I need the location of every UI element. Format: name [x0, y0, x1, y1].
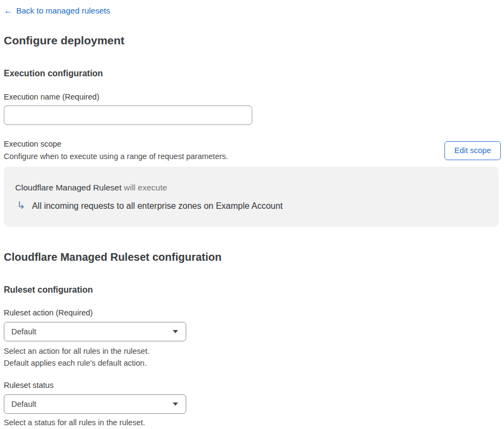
ruleset-action-help: Select an action for all rules in the ru… [4, 345, 498, 369]
back-link-label: Back to managed rulesets [16, 5, 110, 16]
back-arrow-icon: ← [4, 6, 12, 15]
ruleset-status-label: Ruleset status [4, 380, 498, 390]
scope-detail-text: All incoming requests to all enterprise … [32, 200, 283, 212]
execution-configuration-heading: Execution configuration [4, 68, 498, 78]
ruleset-configuration-subheading: Ruleset configuration [4, 285, 498, 295]
ruleset-status-help: Select a status for all rules in the rul… [4, 417, 498, 428]
configure-deployment-page: ← Back to managed rulesets Configure dep… [0, 0, 501, 428]
execution-scope-text: Execution scope Configure when to execut… [4, 139, 228, 162]
ruleset-action-help-line1: Select an action for all rules in the ru… [4, 345, 498, 357]
ruleset-status-select[interactable]: Default [4, 394, 186, 414]
execution-name-label: Execution name (Required) [4, 92, 498, 102]
ruleset-action-help-line2: Default applies each rule's default acti… [4, 357, 498, 369]
edit-scope-button[interactable]: Edit scope [444, 141, 501, 160]
execution-scope-row: Execution scope Configure when to execut… [4, 139, 501, 162]
execution-name-input[interactable] [4, 105, 252, 125]
ruleset-action-select[interactable]: Default [4, 322, 186, 341]
execution-scope-label: Execution scope [4, 139, 228, 149]
ruleset-action-label: Ruleset action (Required) [4, 308, 498, 318]
will-execute-text: will execute [124, 183, 167, 192]
ruleset-action-value: Default [11, 327, 36, 336]
page-title: Configure deployment [4, 33, 498, 48]
ruleset-name-text: Cloudflare Managed Ruleset [15, 183, 121, 192]
ruleset-configuration-section-heading: Cloudflare Managed Ruleset configuration [4, 249, 498, 265]
scope-summary-headline: Cloudflare Managed Ruleset will execute [15, 182, 488, 193]
ruleset-status-value: Default [11, 400, 36, 408]
dropdown-caret-icon [173, 330, 178, 333]
execution-scope-description: Configure when to execute using a range … [4, 151, 228, 162]
back-to-managed-rulesets-link[interactable]: ← Back to managed rulesets [4, 5, 110, 16]
scope-summary-detail: ↳ All incoming requests to all enterpris… [15, 200, 488, 212]
return-arrow-icon: ↳ [17, 200, 25, 210]
scope-summary-box: Cloudflare Managed Ruleset will execute … [4, 167, 499, 227]
dropdown-caret-icon [173, 402, 178, 406]
